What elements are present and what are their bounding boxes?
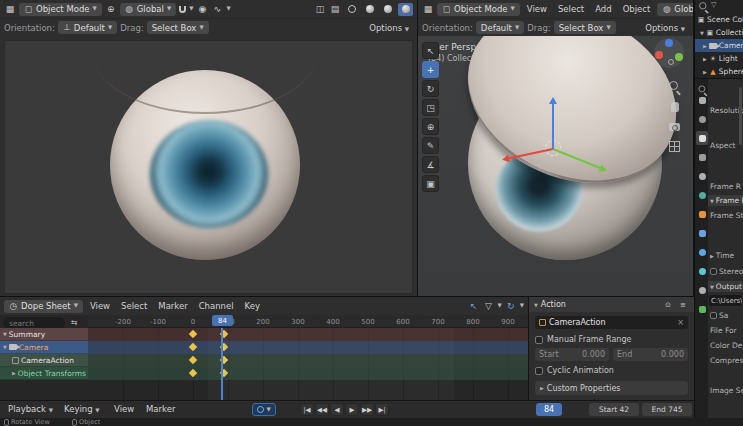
mode-dropdown[interactable]: ◻ Object Mode ▼: [19, 3, 102, 16]
auto-keying-button[interactable]: ▼: [252, 403, 276, 416]
camera-view-icon[interactable]: [668, 120, 682, 134]
filter-funnel-icon[interactable]: ▽: [483, 300, 495, 312]
cyclic-animation-row[interactable]: Cyclic Animation: [535, 366, 614, 375]
disclosure-triangle-icon[interactable]: ▼: [700, 30, 704, 36]
transform-tool[interactable]: ⊕: [422, 118, 439, 135]
disclosure-triangle-icon[interactable]: ▶: [12, 370, 16, 376]
y-axis-dot[interactable]: [675, 53, 683, 61]
prop-stereoscopy[interactable]: Stereos: [710, 266, 743, 277]
editor-type-icon[interactable]: ▦: [4, 3, 16, 15]
timeline-ruler[interactable]: -200 -100 0 100 200 300 400 500 600 700 …: [88, 315, 528, 328]
navigation-gizmo[interactable]: [654, 38, 684, 68]
outliner-row-scene-collection[interactable]: ▣ Scene Collection: [695, 13, 743, 26]
end-frame-field[interactable]: End 0.000: [613, 348, 688, 361]
proportional-icon[interactable]: ↻: [505, 300, 517, 312]
gizmo-z-axis[interactable]: [552, 103, 554, 149]
menu-icon[interactable]: ≡: [677, 299, 689, 311]
custom-properties-section[interactable]: ▶ Custom Properties: [535, 381, 688, 395]
zoom-icon[interactable]: [668, 80, 682, 94]
show-overlays-icon[interactable]: ▤: [329, 3, 341, 15]
tab-icon-object-data[interactable]: [696, 302, 708, 316]
options-menu[interactable]: Options ▼: [365, 23, 413, 33]
disclosure-triangle-icon[interactable]: ▼: [3, 331, 7, 337]
shading-rendered-icon[interactable]: [398, 3, 413, 16]
channel-camera-action[interactable]: CameraAction: [0, 354, 88, 367]
tab-icon-render[interactable]: [696, 112, 708, 126]
menu-view[interactable]: View: [86, 301, 114, 311]
start-frame-field[interactable]: Start 0.000: [535, 348, 609, 361]
playhead-line[interactable]: [221, 328, 223, 400]
play-button[interactable]: ▶: [345, 403, 359, 416]
select-box-tool[interactable]: ↖: [422, 42, 439, 59]
editor-type-dropdown[interactable]: ◷ Dope Sheet ▼: [4, 300, 83, 313]
tab-icon-constraints[interactable]: [696, 283, 708, 297]
current-frame-field[interactable]: 84: [536, 403, 562, 416]
measure-tool[interactable]: ∡: [422, 156, 439, 173]
tab-icon-world[interactable]: [696, 188, 708, 202]
shading-wireframe-icon[interactable]: [344, 3, 359, 16]
move-tool[interactable]: +: [422, 61, 439, 78]
next-keyframe-button[interactable]: ▶▶: [360, 403, 374, 416]
channel-summary[interactable]: ▼ Summary: [0, 328, 88, 341]
menu-channel[interactable]: Channel: [195, 301, 238, 311]
play-reverse-button[interactable]: ◀: [330, 403, 344, 416]
axis-dot-negative[interactable]: [668, 59, 674, 65]
disclosure-triangle-icon[interactable]: ▶: [703, 69, 707, 75]
shading-material-icon[interactable]: [380, 3, 395, 16]
manual-frame-range-row[interactable]: Manual Frame Range: [535, 335, 631, 344]
unlink-icon[interactable]: ×: [677, 318, 684, 327]
outliner-row-light[interactable]: ▶ ☀ Light: [695, 52, 743, 65]
current-frame-badge[interactable]: 84: [212, 315, 233, 326]
pan-icon[interactable]: [668, 100, 682, 114]
outliner-row-collection[interactable]: ▼ ▣ Collection: [695, 26, 743, 39]
tab-icon-particles[interactable]: [696, 245, 708, 259]
chevron-down-icon[interactable]: ▼: [189, 6, 193, 12]
shading-solid-icon[interactable]: [362, 3, 377, 16]
channel-object-transforms[interactable]: ▶ Object Transforms ≡ ✓: [0, 367, 88, 380]
disclosure-triangle-icon[interactable]: ▼: [3, 344, 7, 350]
disclosure-triangle-icon[interactable]: ▼: [534, 302, 538, 308]
add-cube-tool[interactable]: ▣: [422, 175, 439, 192]
annotate-tool[interactable]: ✎: [422, 137, 439, 154]
action-datablock-field[interactable]: CameraAction ×: [535, 316, 688, 329]
keying-menu[interactable]: Keying ▼: [60, 404, 104, 414]
marker-menu[interactable]: Marker: [142, 404, 179, 414]
disclosure-triangle-icon[interactable]: ▶: [703, 56, 707, 62]
playback-menu[interactable]: Playback ▼: [4, 404, 57, 414]
orientation-value-dropdown[interactable]: Default ▼: [476, 21, 524, 34]
options-menu[interactable]: Options ▼: [641, 23, 689, 33]
menu-select[interactable]: Select: [117, 301, 151, 311]
show-gizmo-icon[interactable]: ◫: [314, 3, 326, 15]
channel-camera[interactable]: ▼ Camera: [0, 341, 88, 354]
jump-to-start-button[interactable]: |◀: [300, 403, 314, 416]
pivot-icon[interactable]: ⊕: [105, 3, 117, 15]
scale-tool[interactable]: ◳: [422, 99, 439, 116]
orientation-dropdown[interactable]: ◍ Global ▼: [120, 3, 176, 16]
tab-icon-tool[interactable]: [696, 93, 708, 107]
pin-icon[interactable]: ⊙: [662, 299, 674, 311]
mode-dropdown[interactable]: ◻ Object Mode ▼: [437, 3, 520, 16]
drag-value-dropdown[interactable]: Select Box ▼: [554, 21, 616, 34]
keyframe-area[interactable]: [88, 328, 528, 400]
prop-saving[interactable]: Sa: [710, 310, 743, 321]
drag-value-dropdown[interactable]: Select Box ▼: [147, 21, 209, 34]
viewport-3d-body[interactable]: User Perspective (84) Collection | Camer…: [418, 36, 693, 296]
section-output[interactable]: ▼Output: [708, 281, 743, 292]
frame-start-field[interactable]: Start 42: [589, 403, 639, 416]
tab-icon-modifiers[interactable]: [696, 226, 708, 240]
rotate-tool[interactable]: ↻: [422, 80, 439, 97]
frame-end-field[interactable]: End 745: [642, 403, 692, 416]
prev-keyframe-button[interactable]: ◀◀: [315, 403, 329, 416]
view-menu[interactable]: View: [110, 404, 138, 414]
eyeball-model[interactable]: [468, 66, 662, 260]
expand-collapse-icon[interactable]: ⇆: [71, 318, 78, 327]
camera-view-body[interactable]: [0, 36, 417, 296]
only-selected-icon[interactable]: ↖: [468, 300, 480, 312]
cyclic-animation-checkbox[interactable]: [535, 367, 543, 375]
menu-object[interactable]: Object: [619, 4, 655, 14]
scrollbar[interactable]: [739, 87, 742, 145]
action-panel-header[interactable]: ▼ Action ⊙ ≡: [529, 297, 694, 312]
menu-add[interactable]: Add: [591, 4, 615, 14]
jump-to-end-button[interactable]: ▶|: [375, 403, 389, 416]
x-axis-dot[interactable]: [655, 51, 663, 59]
